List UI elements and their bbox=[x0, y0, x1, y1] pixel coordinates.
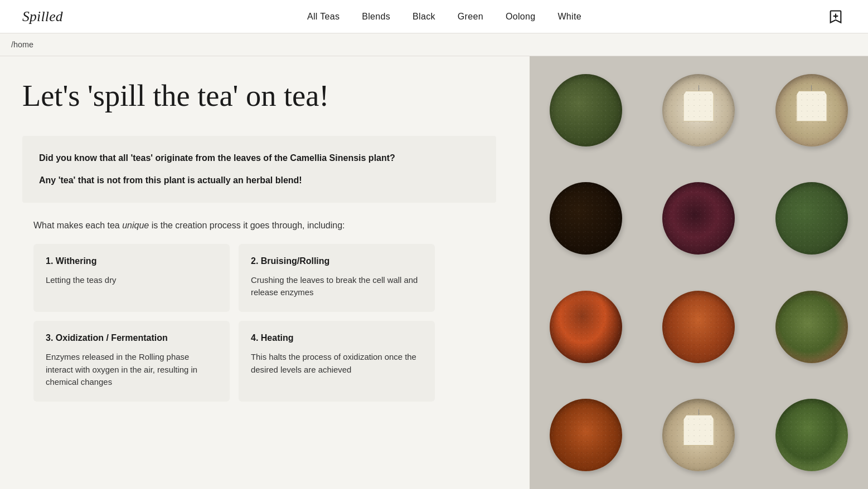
process-intro-italic: unique bbox=[122, 221, 149, 230]
site-logo[interactable]: Spilled bbox=[22, 8, 63, 25]
tea-bowl-cell-bowl-8 bbox=[642, 273, 755, 381]
process-card-body-withering: Letting the teas dry bbox=[46, 274, 217, 286]
process-card-bruising: 2. Bruising/Rolling Crushing the leaves … bbox=[239, 244, 435, 312]
tea-bag-string bbox=[699, 85, 699, 94]
process-card-body-heating: This halts the process of oxidization on… bbox=[251, 351, 423, 376]
tea-bowl-bowl-7 bbox=[550, 291, 622, 363]
nav-oolong[interactable]: Oolong bbox=[506, 12, 536, 21]
breadcrumb-text: /home bbox=[11, 40, 33, 49]
process-card-heating: 4. Heating This halts the process of oxi… bbox=[239, 321, 435, 402]
process-grid: 1. Withering Letting the teas dry 2. Bru… bbox=[33, 244, 435, 402]
tea-bag-string bbox=[811, 85, 812, 94]
tea-bowl-bowl-10 bbox=[550, 399, 622, 471]
tea-bowl-cell-bowl-7 bbox=[530, 273, 642, 381]
tea-bowl-cell-bowl-4 bbox=[530, 164, 642, 272]
tea-bowls-grid bbox=[530, 56, 868, 489]
process-intro-suffix: is the creation process it goes through,… bbox=[149, 221, 345, 230]
tea-bag-string bbox=[699, 409, 699, 418]
tea-bowl-cell-bowl-6 bbox=[755, 164, 868, 272]
tea-bag-body bbox=[796, 91, 827, 121]
tea-bowl-bowl-2 bbox=[662, 74, 735, 146]
tea-bowl-cell-bowl-9 bbox=[755, 273, 868, 381]
process-card-title-oxidization: 3. Oxidization / Fermentation bbox=[46, 333, 217, 343]
process-card-title-heating: 4. Heating bbox=[251, 333, 423, 343]
fact-line-1: Did you know that all 'teas' originate f… bbox=[39, 151, 479, 165]
process-card-body-oxidization: Enzymes released in the Rolling phase in… bbox=[46, 351, 217, 388]
navbar: Spilled All Teas Blends Black Green Oolo… bbox=[0, 0, 868, 33]
tea-bag-body bbox=[683, 415, 714, 446]
tea-bowl-bowl-8 bbox=[662, 291, 735, 363]
tea-bowl-bowl-1 bbox=[550, 74, 622, 146]
left-content: Let's 'spill the tea' on tea! Did you kn… bbox=[0, 56, 530, 489]
tea-bag-body bbox=[683, 91, 714, 121]
tea-bowl-bowl-11 bbox=[662, 399, 735, 471]
nav-black[interactable]: Black bbox=[413, 12, 435, 21]
bookmark-button[interactable] bbox=[826, 7, 846, 27]
process-card-title-withering: 1. Withering bbox=[46, 256, 217, 266]
fact-line-2: Any 'tea' that is not from this plant is… bbox=[39, 174, 479, 187]
tea-bowl-cell-bowl-11 bbox=[642, 381, 755, 489]
tea-bowl-cell-bowl-10 bbox=[530, 381, 642, 489]
main-layout: Let's 'spill the tea' on tea! Did you kn… bbox=[0, 56, 868, 489]
tea-bowl-cell-bowl-3 bbox=[755, 56, 868, 164]
tea-bowl-bowl-9 bbox=[775, 291, 848, 363]
nav-blends[interactable]: Blends bbox=[362, 12, 390, 21]
process-intro: What makes each tea unique is the creati… bbox=[22, 221, 496, 231]
tea-bowl-cell-bowl-5 bbox=[642, 164, 755, 272]
tea-bowl-cell-bowl-2 bbox=[642, 56, 755, 164]
breadcrumb: /home bbox=[0, 33, 868, 56]
tea-bowl-bowl-5 bbox=[662, 182, 735, 255]
tea-bowl-bowl-4 bbox=[550, 182, 622, 255]
tea-bag-shape bbox=[683, 409, 714, 446]
tea-bowl-cell-bowl-12 bbox=[755, 381, 868, 489]
process-card-oxidization: 3. Oxidization / Fermentation Enzymes re… bbox=[33, 321, 230, 402]
process-card-withering: 1. Withering Letting the teas dry bbox=[33, 244, 230, 312]
nav-green[interactable]: Green bbox=[458, 12, 483, 21]
nav-links: All Teas Blends Black Green Oolong White bbox=[307, 12, 581, 22]
nav-white[interactable]: White bbox=[557, 12, 581, 21]
process-intro-prefix: What makes each tea bbox=[33, 221, 122, 230]
tea-bag-shape bbox=[683, 85, 714, 121]
facts-section: Did you know that all 'teas' originate f… bbox=[22, 136, 496, 203]
tea-bowl-bowl-6 bbox=[775, 182, 848, 255]
right-image-panel bbox=[530, 56, 868, 489]
hero-title: Let's 'spill the tea' on tea! bbox=[22, 79, 496, 114]
tea-bowl-bowl-3 bbox=[775, 74, 848, 146]
nav-all-teas[interactable]: All Teas bbox=[307, 12, 340, 21]
tea-bowl-cell-bowl-1 bbox=[530, 56, 642, 164]
process-card-title-bruising: 2. Bruising/Rolling bbox=[251, 256, 423, 266]
tea-bowl-bowl-12 bbox=[775, 399, 848, 471]
tea-bag-shape bbox=[796, 85, 827, 121]
process-card-body-bruising: Crushing the leaves to break the cell wa… bbox=[251, 274, 423, 299]
